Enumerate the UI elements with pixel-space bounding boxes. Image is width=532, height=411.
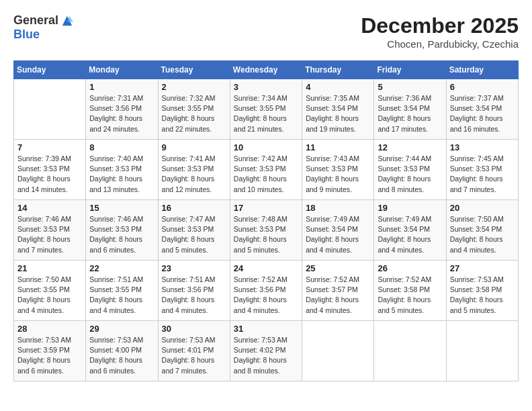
day-cell: 15Sunrise: 7:46 AMSunset: 3:53 PMDayligh… [86,200,158,261]
day-number: 22 [89,263,154,273]
header-tuesday: Tuesday [158,61,230,79]
header-thursday: Thursday [302,61,374,79]
day-cell: 4Sunrise: 7:35 AMSunset: 3:54 PMDaylight… [302,79,374,140]
day-cell: 31Sunrise: 7:53 AMSunset: 4:02 PMDayligh… [230,321,302,381]
day-cell: 21Sunrise: 7:50 AMSunset: 3:55 PMDayligh… [14,261,86,321]
day-cell: 3Sunrise: 7:34 AMSunset: 3:55 PMDaylight… [230,79,302,140]
day-cell: 12Sunrise: 7:44 AMSunset: 3:53 PMDayligh… [374,140,446,200]
day-number: 24 [234,263,298,273]
day-number: 5 [378,82,442,92]
header-saturday: Saturday [446,61,518,79]
day-cell [14,79,86,140]
day-info: Sunrise: 7:43 AMSunset: 3:53 PMDaylight:… [306,154,370,195]
day-info: Sunrise: 7:51 AMSunset: 3:56 PMDaylight:… [162,275,226,316]
logo-blue: Blue [13,28,40,42]
day-cell: 26Sunrise: 7:52 AMSunset: 3:58 PMDayligh… [374,261,446,321]
month-title: December 2025 [361,13,519,38]
day-number: 6 [450,82,515,92]
day-number: 31 [234,324,298,334]
day-number: 30 [162,324,226,334]
title-block: December 2025 Chocen, Pardubicky, Czechi… [361,13,519,50]
day-info: Sunrise: 7:49 AMSunset: 3:54 PMDaylight:… [378,214,442,255]
day-info: Sunrise: 7:42 AMSunset: 3:53 PMDaylight:… [234,154,298,195]
day-number: 19 [378,203,442,213]
day-info: Sunrise: 7:53 AMSunset: 3:59 PMDaylight:… [17,335,82,376]
day-info: Sunrise: 7:39 AMSunset: 3:53 PMDaylight:… [17,154,82,195]
day-cell: 18Sunrise: 7:49 AMSunset: 3:54 PMDayligh… [302,200,374,261]
header-wednesday: Wednesday [230,61,302,79]
day-number: 29 [89,324,154,334]
day-info: Sunrise: 7:45 AMSunset: 3:53 PMDaylight:… [450,154,515,195]
day-number: 11 [306,142,370,152]
logo: General Blue [13,13,73,42]
day-info: Sunrise: 7:50 AMSunset: 3:55 PMDaylight:… [17,275,82,316]
location-subtitle: Chocen, Pardubicky, Czechia [361,38,519,50]
header-sunday: Sunday [14,61,86,79]
day-cell: 10Sunrise: 7:42 AMSunset: 3:53 PMDayligh… [230,140,302,200]
day-number: 16 [162,203,226,213]
day-cell: 24Sunrise: 7:52 AMSunset: 3:56 PMDayligh… [230,261,302,321]
day-number: 2 [162,82,226,92]
day-cell: 20Sunrise: 7:50 AMSunset: 3:54 PMDayligh… [446,200,518,261]
day-number: 23 [162,263,226,273]
day-cell: 25Sunrise: 7:52 AMSunset: 3:57 PMDayligh… [302,261,374,321]
day-cell: 9Sunrise: 7:41 AMSunset: 3:53 PMDaylight… [158,140,230,200]
day-info: Sunrise: 7:52 AMSunset: 3:58 PMDaylight:… [378,275,442,316]
day-info: Sunrise: 7:50 AMSunset: 3:54 PMDaylight:… [450,214,515,255]
day-cell: 1Sunrise: 7:31 AMSunset: 3:56 PMDaylight… [86,79,158,140]
day-info: Sunrise: 7:52 AMSunset: 3:57 PMDaylight:… [306,275,370,316]
logo-icon [61,15,73,27]
day-info: Sunrise: 7:53 AMSunset: 4:01 PMDaylight:… [162,335,226,376]
day-number: 15 [89,203,154,213]
header-monday: Monday [86,61,158,79]
week-row-2: 7Sunrise: 7:39 AMSunset: 3:53 PMDaylight… [14,140,519,200]
day-info: Sunrise: 7:41 AMSunset: 3:53 PMDaylight:… [162,154,226,195]
day-number: 9 [162,142,226,152]
day-info: Sunrise: 7:46 AMSunset: 3:53 PMDaylight:… [89,214,154,255]
day-cell: 16Sunrise: 7:47 AMSunset: 3:53 PMDayligh… [158,200,230,261]
calendar-table: SundayMondayTuesdayWednesdayThursdayFrid… [13,60,519,381]
day-cell: 22Sunrise: 7:51 AMSunset: 3:55 PMDayligh… [86,261,158,321]
day-number: 27 [450,263,515,273]
day-cell: 8Sunrise: 7:40 AMSunset: 3:53 PMDaylight… [86,140,158,200]
page-header: General Blue December 2025 Chocen, Pardu… [13,13,519,50]
day-number: 14 [17,203,82,213]
day-number: 1 [89,82,154,92]
day-info: Sunrise: 7:48 AMSunset: 3:53 PMDaylight:… [234,214,298,255]
day-number: 26 [378,263,442,273]
day-cell: 30Sunrise: 7:53 AMSunset: 4:01 PMDayligh… [158,321,230,381]
day-info: Sunrise: 7:51 AMSunset: 3:55 PMDaylight:… [89,275,154,316]
day-number: 12 [378,142,442,152]
week-row-5: 28Sunrise: 7:53 AMSunset: 3:59 PMDayligh… [14,321,519,381]
day-number: 20 [450,203,515,213]
day-number: 25 [306,263,370,273]
day-number: 17 [234,203,298,213]
day-number: 8 [89,142,154,152]
day-info: Sunrise: 7:35 AMSunset: 3:54 PMDaylight:… [306,93,370,134]
day-cell: 23Sunrise: 7:51 AMSunset: 3:56 PMDayligh… [158,261,230,321]
day-info: Sunrise: 7:47 AMSunset: 3:53 PMDaylight:… [162,214,226,255]
day-cell: 27Sunrise: 7:53 AMSunset: 3:58 PMDayligh… [446,261,518,321]
day-info: Sunrise: 7:37 AMSunset: 3:54 PMDaylight:… [450,93,515,134]
day-number: 13 [450,142,515,152]
day-info: Sunrise: 7:53 AMSunset: 4:00 PMDaylight:… [89,335,154,376]
day-cell: 5Sunrise: 7:36 AMSunset: 3:54 PMDaylight… [374,79,446,140]
logo-general: General [13,13,58,28]
day-info: Sunrise: 7:49 AMSunset: 3:54 PMDaylight:… [306,214,370,255]
day-info: Sunrise: 7:53 AMSunset: 4:02 PMDaylight:… [234,335,298,376]
day-cell: 7Sunrise: 7:39 AMSunset: 3:53 PMDaylight… [14,140,86,200]
day-cell: 29Sunrise: 7:53 AMSunset: 4:00 PMDayligh… [86,321,158,381]
week-row-3: 14Sunrise: 7:46 AMSunset: 3:53 PMDayligh… [14,200,519,261]
week-row-4: 21Sunrise: 7:50 AMSunset: 3:55 PMDayligh… [14,261,519,321]
day-number: 3 [234,82,298,92]
day-cell [374,321,446,381]
day-info: Sunrise: 7:53 AMSunset: 3:58 PMDaylight:… [450,275,515,316]
day-cell: 2Sunrise: 7:32 AMSunset: 3:55 PMDaylight… [158,79,230,140]
day-number: 7 [17,142,82,152]
day-number: 21 [17,263,82,273]
day-number: 10 [234,142,298,152]
day-info: Sunrise: 7:31 AMSunset: 3:56 PMDaylight:… [89,93,154,134]
day-info: Sunrise: 7:32 AMSunset: 3:55 PMDaylight:… [162,93,226,134]
day-info: Sunrise: 7:34 AMSunset: 3:55 PMDaylight:… [234,93,298,134]
day-cell: 17Sunrise: 7:48 AMSunset: 3:53 PMDayligh… [230,200,302,261]
